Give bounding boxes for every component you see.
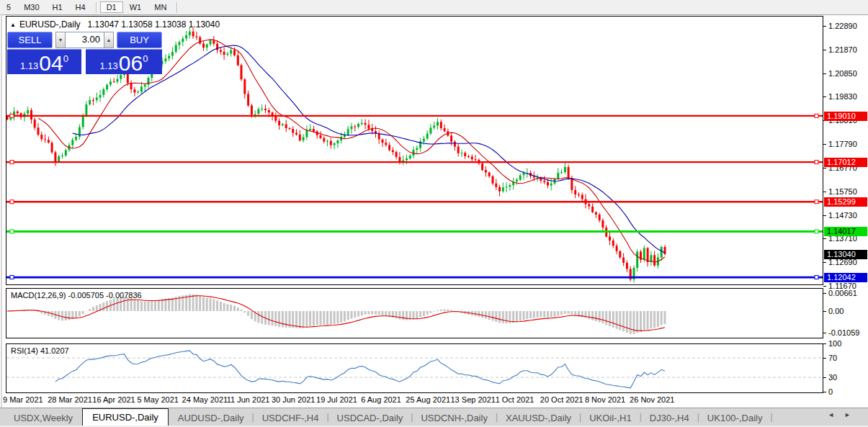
timeframe-toolbar: 5M30H1H4D1W1MN	[0, 0, 868, 15]
timeframe-button-m30[interactable]: M30	[17, 1, 45, 13]
price-tick	[823, 215, 826, 216]
line-anchor	[815, 230, 818, 233]
date-label: 24 May 2021	[182, 395, 228, 404]
chart-ohlc-values: 1.13047 1.13058 1.13038 1.13040	[88, 19, 220, 30]
rsi-tick	[823, 377, 826, 378]
sell-price-sup: 0	[63, 53, 68, 64]
volume-decrease-button[interactable]: ▼	[55, 32, 66, 48]
tab-usdchf-h4[interactable]: USDCHF-,H4	[253, 411, 328, 426]
tab-dj30-h4[interactable]: DJ30-,H4	[640, 411, 699, 426]
tab-audusd-daily[interactable]: AUDUSD-,Daily	[169, 411, 254, 426]
rsi-label: RSI(14) 41.0207	[11, 346, 69, 355]
spin-up-icon: ▲	[107, 37, 112, 42]
macd-panel[interactable]: MACD(12,26,9) -0.005705 -0.007836	[6, 288, 823, 338]
line-anchor	[815, 114, 818, 117]
tab-ukoil-h1[interactable]: UKOil-,H1	[580, 411, 641, 426]
spin-down-icon: ▼	[58, 37, 63, 42]
tab-usdx-weekly[interactable]: USDX,Weekly	[4, 411, 82, 426]
price-tick	[823, 96, 826, 97]
price-tick-label: 1.15750	[828, 187, 857, 196]
tab-scroll-arrows: ◄►	[828, 411, 861, 418]
tab-scroll-left-icon[interactable]: ◄	[828, 411, 844, 418]
price-tick-label: 1.17790	[828, 140, 857, 148]
timeframe-button-mn[interactable]: MN	[148, 1, 173, 13]
date-label: 11 Jun 2021	[227, 395, 270, 404]
price-level-badge: 1.12042	[824, 273, 867, 282]
tab-uk100-daily[interactable]: UK100-,Daily	[698, 411, 772, 426]
price-tick	[823, 238, 826, 239]
macd-tick-label: 0.00661	[828, 289, 857, 297]
collapse-icon[interactable]: ▲	[10, 22, 16, 28]
buy-price-big: 06	[119, 53, 143, 74]
buy-button[interactable]: BUY	[117, 32, 162, 48]
horizontal-line-1.17012[interactable]	[6, 161, 823, 164]
window-edge	[1, 14, 2, 408]
timeframe-button-w1[interactable]: W1	[123, 1, 148, 13]
timeframe-button-h1[interactable]: H1	[46, 1, 69, 13]
timeframe-button-5[interactable]: 5	[0, 1, 17, 13]
line-anchor	[815, 276, 818, 279]
timeframe-button-h4[interactable]: H4	[69, 1, 92, 13]
price-tick	[823, 26, 826, 27]
timeframe-button-d1[interactable]: D1	[100, 1, 123, 13]
horizontal-line-1.19010[interactable]	[6, 114, 823, 117]
price-tick	[823, 144, 826, 145]
price-tick-label: 1.21870	[828, 45, 857, 54]
tab-usdcad-daily[interactable]: USDCAD-,Daily	[328, 411, 413, 426]
rsi-line	[55, 351, 665, 388]
chart-title: ▲EURUSD-,Daily1.13047 1.13058 1.13038 1.…	[10, 19, 220, 30]
price-axis: 1.228901.218701.208501.198301.188101.177…	[823, 0, 868, 427]
rsi-tick	[823, 392, 826, 392]
price-tick-label: 1.20850	[828, 69, 857, 78]
date-label: 1 Oct 2021	[496, 395, 534, 404]
price-tick	[823, 73, 826, 74]
sell-button[interactable]: SELL	[7, 32, 53, 48]
rsi-tick	[823, 343, 826, 344]
price-tick	[823, 168, 826, 168]
horizontal-line-1.14017[interactable]	[6, 230, 823, 233]
date-label: 20 Oct 2021	[540, 395, 583, 404]
volume-input[interactable]: 3.00	[66, 32, 104, 48]
date-label: 9 Mar 2021	[3, 395, 43, 404]
price-level-badge: 1.19010	[824, 112, 867, 121]
tab-usdcnh-daily[interactable]: USDCNH-,Daily	[411, 411, 496, 426]
volume-increase-button[interactable]: ▲	[104, 32, 114, 48]
macd-tick	[823, 293, 826, 294]
horizontal-line-1.12042[interactable]	[6, 276, 823, 279]
date-label: 25 Aug 2021	[406, 395, 450, 404]
sell-price-display[interactable]: 1.13 04 0	[7, 49, 81, 74]
sell-price-big: 04	[39, 53, 63, 74]
line-anchor	[815, 161, 818, 164]
price-tick	[823, 192, 826, 192]
tab-xauusd-daily[interactable]: XAUUSD-,Daily	[496, 411, 581, 426]
macd-tick-label: 0.00	[828, 307, 844, 315]
rsi-panel[interactable]: RSI(14) 41.0207	[6, 343, 823, 393]
macd-histogram	[7, 295, 665, 334]
tab-separator: |	[770, 412, 772, 422]
price-tick	[823, 286, 826, 287]
line-anchor	[10, 230, 14, 233]
buy-price-small: 1.13	[100, 60, 118, 71]
date-label: 13 Sep 2021	[451, 395, 496, 404]
toolbar-separator	[176, 2, 177, 13]
macd-tick	[823, 311, 826, 312]
line-anchor	[10, 161, 14, 164]
current-price-badge: 1.13040	[824, 250, 867, 259]
buy-price-display[interactable]: 1.13 06 0	[86, 49, 162, 74]
macd-tick-label: -0.01059	[828, 328, 859, 337]
one-click-trade-panel: SELL ▼ 3.00 ▲ BUY 1.13 04 0 1.13 06 0	[7, 32, 162, 74]
date-label: 16 Apr 2021	[92, 395, 135, 404]
tab-eurusd-daily[interactable]: EURUSD-,Daily	[82, 408, 169, 426]
rsi-tick-label: 0	[828, 387, 833, 396]
price-tick	[823, 50, 826, 50]
date-label: 5 May 2021	[137, 395, 178, 404]
tab-scroll-right-icon[interactable]: ►	[844, 411, 861, 418]
terminal-window: 5M30H1H4D1W1MN ▲EURUSD-,Daily1.13047 1.1…	[0, 0, 868, 427]
rsi-chart	[6, 344, 823, 392]
horizontal-line-1.15299[interactable]	[6, 200, 823, 204]
rsi-tick-label: 70	[828, 354, 837, 362]
date-label: 8 Nov 2021	[585, 395, 625, 404]
price-tick	[823, 262, 826, 263]
sell-price-small: 1.13	[20, 60, 38, 71]
price-level-badge: 1.17012	[824, 158, 867, 167]
